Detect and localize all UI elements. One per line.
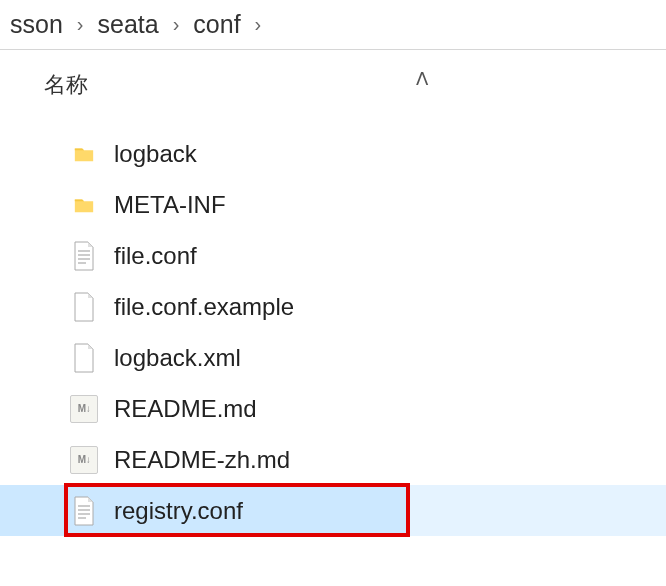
breadcrumb-separator: ›	[67, 13, 94, 36]
breadcrumb[interactable]: sson › seata › conf ›	[0, 0, 666, 50]
blankfile-icon	[70, 343, 98, 373]
breadcrumb-item-2[interactable]: conf	[189, 10, 244, 39]
file-row-file-selected[interactable]: registry.conf	[0, 485, 666, 536]
file-row-folder[interactable]: META-INF	[0, 179, 666, 230]
breadcrumb-item-1[interactable]: seata	[93, 10, 162, 39]
file-row-file[interactable]: logback.xml	[0, 332, 666, 383]
file-row-file[interactable]: file.conf	[0, 230, 666, 281]
sort-indicator-icon[interactable]: ᐱ	[416, 68, 428, 90]
column-header-name[interactable]: 名称	[44, 70, 88, 100]
file-row-file[interactable]: M↓ README.md	[0, 383, 666, 434]
file-name: file.conf	[114, 242, 197, 270]
file-name: README.md	[114, 395, 257, 423]
file-name: file.conf.example	[114, 293, 294, 321]
folder-icon	[70, 190, 98, 220]
textfile-icon	[70, 496, 98, 526]
file-row-file[interactable]: M↓ README-zh.md	[0, 434, 666, 485]
file-name: logback.xml	[114, 344, 241, 372]
blankfile-icon	[70, 292, 98, 322]
folder-icon	[70, 139, 98, 169]
file-name: README-zh.md	[114, 446, 290, 474]
file-list: logback META-INF file.conf file.conf.exa…	[0, 120, 666, 536]
file-name: logback	[114, 140, 197, 168]
column-header-row[interactable]: 名称 ᐱ	[0, 50, 666, 120]
breadcrumb-item-0[interactable]: sson	[6, 10, 67, 39]
breadcrumb-separator: ›	[245, 13, 272, 36]
breadcrumb-separator: ›	[163, 13, 190, 36]
file-name: registry.conf	[114, 497, 243, 525]
textfile-icon	[70, 241, 98, 271]
file-row-file[interactable]: file.conf.example	[0, 281, 666, 332]
file-name: META-INF	[114, 191, 226, 219]
markdown-icon: M↓	[70, 394, 98, 424]
markdown-icon: M↓	[70, 445, 98, 475]
file-row-folder[interactable]: logback	[0, 128, 666, 179]
